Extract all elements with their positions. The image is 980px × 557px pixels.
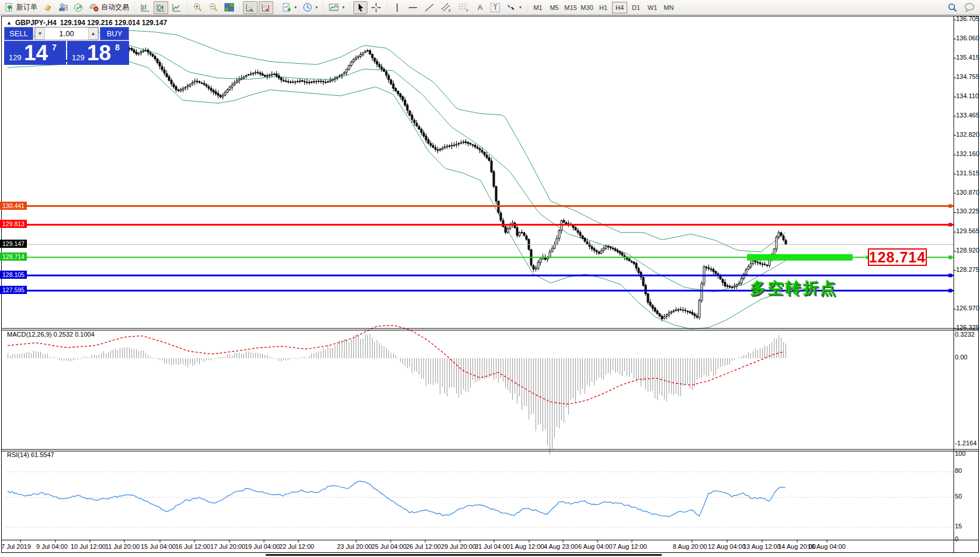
- signals-button[interactable]: [71, 1, 85, 14]
- cursor-button[interactable]: [353, 1, 367, 14]
- sell-button[interactable]: SELL: [4, 27, 33, 40]
- hline-anchor-square[interactable]: [948, 255, 952, 259]
- svg-text:F: F: [466, 9, 468, 12]
- tf-mn-button[interactable]: MN: [661, 2, 676, 13]
- label-tool-icon: T: [491, 3, 499, 12]
- macd-axis-label: 0.3232: [955, 331, 975, 338]
- arrows-tool-button[interactable]: ▾: [503, 1, 524, 14]
- arrows-dropdown-caret[interactable]: ▾: [519, 5, 522, 10]
- channel-tool-button[interactable]: E: [438, 1, 454, 14]
- green-highlight-bar[interactable]: [747, 254, 853, 261]
- trendline-icon: [424, 3, 435, 12]
- price-level-box-annotation[interactable]: 128.714: [868, 248, 927, 266]
- tf-m5-button[interactable]: M5: [547, 2, 562, 13]
- price-axis-label: 133.465: [956, 112, 979, 119]
- auto-scroll-button[interactable]: [243, 1, 258, 14]
- autotrading-button[interactable]: 自动交易: [86, 1, 131, 14]
- hline-tool-button[interactable]: [405, 1, 421, 14]
- mt4-window: 新订单 自动交易: [0, 0, 980, 557]
- text-tool-button[interactable]: A: [473, 1, 487, 14]
- tf-m1-button[interactable]: M1: [530, 2, 545, 13]
- line-chart-button[interactable]: [169, 1, 184, 14]
- volume-increase-button[interactable]: ▲: [88, 27, 98, 40]
- price-axis-label: 132.160: [956, 150, 979, 157]
- sell-price-display[interactable]: 129 14 7: [4, 41, 66, 65]
- toolbar-grip: [239, 2, 240, 13]
- chat-button[interactable]: [961, 1, 978, 14]
- vline-tool-button[interactable]: [390, 1, 404, 14]
- periods-dropdown-caret[interactable]: ▾: [315, 5, 318, 10]
- tf-h1-button[interactable]: H1: [596, 2, 611, 13]
- hline-anchor-square[interactable]: [948, 274, 952, 277]
- templates-button[interactable]: ▾: [326, 1, 347, 14]
- chart-shift-button[interactable]: [259, 1, 273, 14]
- label-tool-button[interactable]: T: [488, 1, 502, 14]
- hline-anchor-square[interactable]: [948, 205, 952, 208]
- zoom-out-icon: [208, 2, 218, 12]
- hline-anchor-square[interactable]: [948, 289, 952, 292]
- buy-button[interactable]: BUY: [100, 27, 129, 40]
- chat-icon: [964, 2, 975, 12]
- gold-icon: [43, 4, 53, 12]
- sell-price-figure: 129: [9, 53, 22, 62]
- chart-shift-icon: [261, 3, 271, 12]
- buy-price-figure: 129: [72, 53, 85, 62]
- rsi-axis-label: 50: [955, 493, 962, 500]
- volume-decrease-button[interactable]: ▼: [35, 27, 45, 40]
- indicators-button[interactable]: ▾: [280, 1, 299, 14]
- tf-m15-button[interactable]: M15: [563, 2, 578, 13]
- price-tag: 129.813: [0, 220, 27, 228]
- bar-chart-button[interactable]: [138, 1, 152, 14]
- volume-input[interactable]: 1.00: [45, 27, 88, 40]
- price-axis-label: 132.820: [956, 131, 979, 138]
- toolbar: 新订单 自动交易: [0, 0, 980, 15]
- fibonacci-tool-button[interactable]: F: [456, 1, 472, 14]
- tile-windows-button[interactable]: [222, 1, 237, 14]
- toolbar-grip: [276, 2, 277, 13]
- auto-scroll-icon: [245, 3, 255, 12]
- time-axis-label: 26 Jul 12:00: [406, 543, 441, 550]
- candlestick-chart-button[interactable]: [154, 1, 168, 14]
- price-tag: 128.714: [0, 252, 27, 261]
- templates-dropdown-caret[interactable]: ▾: [342, 5, 345, 10]
- indicators-dropdown-caret[interactable]: ▾: [294, 5, 297, 10]
- collapse-panel-arrow[interactable]: ▲: [6, 20, 12, 26]
- crosshair-button[interactable]: [369, 1, 384, 14]
- tf-h4-button[interactable]: H4: [612, 2, 627, 13]
- horizontal-scrollbar-thumb[interactable]: [266, 554, 662, 556]
- buy-price-display[interactable]: 129 18 8: [67, 41, 129, 65]
- hline-anchor-square[interactable]: [948, 223, 952, 226]
- new-order-button[interactable]: 新订单: [2, 1, 40, 14]
- trendline-tool-button[interactable]: [422, 1, 437, 14]
- time-axis-label: 23 Jul 20:00: [337, 543, 372, 550]
- price-axis-label: 130.870: [956, 189, 979, 196]
- candlestick-icon: [156, 3, 166, 12]
- price-tag: 128.105: [0, 271, 27, 279]
- market-watch-button[interactable]: [56, 1, 70, 14]
- crosshair-icon: [371, 2, 381, 13]
- cn-turning-point-annotation[interactable]: 多空转折点: [750, 278, 837, 299]
- autotrading-label: 自动交易: [101, 2, 129, 12]
- zoom-in-button[interactable]: [190, 1, 205, 14]
- price-axis-label: 135.415: [956, 54, 979, 61]
- price-axis-label: 128.920: [956, 247, 979, 254]
- arrows-icon: [506, 3, 516, 12]
- time-axis-label: 29 Jul 20:00: [441, 543, 476, 550]
- ohlc-bars-icon: [140, 3, 150, 12]
- sell-price-point: 7: [52, 43, 57, 52]
- price-tag: 130.441: [0, 202, 27, 210]
- time-axis-label: 11 Jul 20:00: [105, 543, 140, 550]
- favorites-button[interactable]: [41, 1, 55, 14]
- price-axis-label: 134.110: [956, 92, 979, 99]
- tf-m30-button[interactable]: M30: [579, 2, 595, 13]
- search-icon: [947, 2, 958, 13]
- tf-w1-button[interactable]: W1: [645, 2, 660, 13]
- price-tag: 127.595: [0, 286, 27, 294]
- vertical-line-icon: [394, 3, 401, 12]
- macd-label: MACD(12,26,9) 0.2532 0.1004: [7, 331, 95, 338]
- periods-button[interactable]: ▾: [300, 1, 320, 14]
- chart-title: ▲ GBPJPY-,H4 129.194 129.216 129.014 129…: [6, 19, 167, 27]
- search-button[interactable]: [945, 1, 960, 14]
- zoom-out-button[interactable]: [206, 1, 221, 14]
- tf-d1-button[interactable]: D1: [628, 2, 644, 13]
